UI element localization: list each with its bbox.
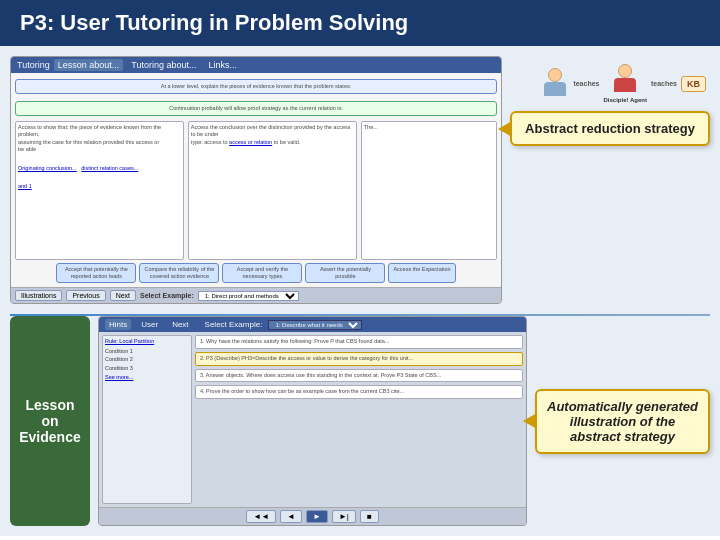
main-content: Tutoring Lesson about... Tutoring about.… (0, 46, 720, 536)
nav-stop-btn[interactable]: ■ (360, 510, 379, 523)
nav-next-btn[interactable]: ►| (332, 510, 356, 523)
callout-area: teaches Disciple! Agent teaches KB Abstr… (510, 56, 710, 304)
step4-text: 4. Prove the order to show how can be as… (200, 388, 404, 394)
proof-right-content: Access the conclusion over the distincti… (191, 124, 354, 145)
continuation-box: Continuation probably will allow proof s… (15, 101, 497, 116)
bottom-section: Lesson on Evidence Hints User Next Selec… (0, 316, 720, 536)
bottom-left-panel: Rule: Local Partition Condition 1 Condit… (102, 335, 192, 504)
proof-far-right: The... (361, 121, 497, 259)
bottom-toolbar: ◄◄ ◄ ► ►| ■ (99, 507, 526, 525)
tab2[interactable]: Tutoring about... (127, 59, 200, 71)
tutoring-panel-body: At a lower level, explain the pieces of … (11, 73, 501, 287)
proof-step-1: 1. Why have the relations satisfy the fo… (195, 335, 523, 349)
step1-text: 1. Why have the relations satisfy the fo… (200, 338, 389, 344)
tab3[interactable]: Links... (204, 59, 241, 71)
student-figure (541, 68, 569, 100)
bottom-next-btn[interactable]: Next (168, 319, 192, 330)
nav-prev-btn[interactable]: ◄ (280, 510, 302, 523)
nav-play-btn[interactable]: ► (306, 510, 328, 523)
teaches-arrow-2: teaches (651, 80, 677, 87)
tutoring-panel: Tutoring Lesson about... Tutoring about.… (10, 56, 502, 304)
select-label: Select Example: (140, 292, 194, 299)
disciple-body (614, 78, 636, 92)
bottom-select-label: Select Example: (205, 320, 263, 329)
proof-left-text: Access to show that: the piece of eviden… (15, 121, 184, 259)
proof-step-4: 4. Prove the order to show how can be as… (195, 385, 523, 399)
student-icon (541, 68, 569, 100)
top-toolbar: Illustrations Previous Next Select Examp… (11, 287, 501, 303)
disciple-label: Disciple! Agent (603, 97, 646, 103)
nav-back-btn[interactable]: ◄◄ (246, 510, 276, 523)
step3-text: 3. Answer objects. Where does access use… (200, 372, 441, 378)
abstract-callout-text: Abstract reduction strategy (525, 121, 695, 136)
tutoring-panel-header: Tutoring Lesson about... Tutoring about.… (11, 57, 501, 73)
link3[interactable]: and 1 (18, 183, 32, 189)
proof-far-right-content: The... (364, 124, 494, 131)
flow-nodes-row: Accept that potentially the reported act… (15, 263, 497, 283)
proof-step-2: 2. P3 (Describe) PH3=Describe the access… (195, 352, 523, 366)
previous-btn[interactable]: Previous (66, 290, 105, 301)
proof-left-content: Access to show that: the piece of eviden… (18, 124, 181, 153)
question-box: At a lower level, explain the pieces of … (15, 79, 497, 94)
step2-text: 2. P3 (Describe) PH3=Describe the access… (200, 355, 413, 361)
student-body (544, 82, 566, 96)
kb-box: KB (681, 76, 706, 92)
page-title: P3: User Tutoring in Problem Solving (0, 0, 720, 46)
bottom-link-2[interactable]: See more... (105, 374, 189, 382)
screen-area: Tutoring Lesson about... Tutoring about.… (0, 46, 720, 314)
bottom-tutoring-panel: Hints User Next Select Example: 1: Descr… (98, 316, 527, 526)
flow-node-5: Access the Expectation (388, 263, 455, 283)
links-area: Originating conclusion... distinct relat… (18, 156, 181, 192)
auto-callout-text: Automatically generated illustration of … (547, 399, 698, 444)
agent-area: teaches Disciple! Agent teaches KB (510, 64, 710, 103)
tab1[interactable]: Lesson about... (54, 59, 124, 71)
illustrations-btn[interactable]: Illustrations (15, 290, 62, 301)
proof-step-3: 3. Answer objects. Where does access use… (195, 369, 523, 383)
bottom-link-1[interactable]: Rule: Local Partition (105, 338, 189, 346)
bottom-example-select[interactable]: 1: Describe what it needs (268, 320, 362, 330)
tutoring-label: Tutoring (17, 60, 50, 70)
disciple-figure (611, 64, 639, 96)
question-text: At a lower level, explain the pieces of … (161, 83, 351, 89)
flow-node-2: Compare the reliability of the covered a… (139, 263, 219, 283)
disciple-head (618, 64, 632, 78)
disciple-icon: Disciple! Agent (603, 64, 646, 103)
example-select[interactable]: 1: Direct proof and methods (198, 291, 299, 301)
proof-right-text: Access the conclusion over the distincti… (188, 121, 357, 259)
bottom-left-text: Rule: Local Partition Condition 1 Condit… (105, 338, 189, 381)
next-btn[interactable]: Next (110, 290, 136, 301)
auto-callout: Automatically generated illustration of … (535, 389, 710, 454)
link1[interactable]: Originating conclusion... (18, 165, 77, 171)
teaches-arrow-1: teaches (573, 80, 599, 87)
flow-node-3: Accept and verify the necessary types (222, 263, 302, 283)
bottom-user-btn[interactable]: User (137, 319, 162, 330)
continuation-text: Continuation probably will allow proof s… (169, 105, 343, 111)
lesson-label: Lesson on Evidence (10, 316, 90, 526)
bottom-panel-header: Hints User Next Select Example: 1: Descr… (99, 317, 526, 332)
bottom-panel-body: Rule: Local Partition Condition 1 Condit… (99, 332, 526, 507)
student-head (548, 68, 562, 82)
flow-node-1: Accept that potentially the reported act… (56, 263, 136, 283)
flow-node-4: Assert the potentially possible (305, 263, 385, 283)
bottom-hints-btn[interactable]: Hints (105, 319, 131, 330)
bottom-right-panel: 1. Why have the relations satisfy the fo… (195, 335, 523, 504)
link2[interactable]: distinct relation cases... (81, 165, 138, 171)
abstract-callout: Abstract reduction strategy (510, 111, 710, 146)
